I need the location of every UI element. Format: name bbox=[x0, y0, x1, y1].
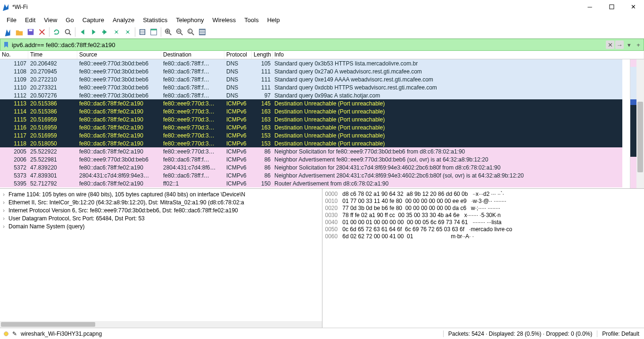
hex-line[interactable]: 0030 78 ff fe 02 a1 90 ff cc 00 35 00 33… bbox=[325, 212, 642, 219]
details-tree-item[interactable]: ›User Datagram Protocol, Src Port: 65484… bbox=[3, 215, 319, 223]
col-info[interactable]: Info bbox=[272, 51, 644, 59]
statusbar: ✎ wireshark_Wi-Fi30HY31.pcapng Packets: … bbox=[0, 328, 644, 339]
details-tree-item[interactable]: ›Internet Protocol Version 6, Src: fe80:… bbox=[3, 207, 319, 215]
col-len[interactable]: Length bbox=[252, 51, 272, 59]
hex-line[interactable]: 0020 77 0d 3b 0d be b6 fe 80 00 00 00 00… bbox=[325, 205, 642, 212]
close-button[interactable] bbox=[37, 27, 47, 37]
svg-rect-7 bbox=[151, 29, 157, 30]
col-dst[interactable]: Destination bbox=[161, 51, 224, 59]
packet-row[interactable]: 111820.518050fe80::dac6:78ff:fe02:a190fe… bbox=[0, 139, 622, 147]
save-button[interactable] bbox=[25, 27, 36, 37]
menu-tools[interactable]: Tools bbox=[240, 16, 262, 24]
svg-text:1: 1 bbox=[189, 29, 191, 33]
minimize-button[interactable]: ─ bbox=[579, 0, 601, 14]
toolbar: 1 bbox=[0, 25, 644, 39]
lower-panes: ›Frame 1104: 105 bytes on wire (840 bits… bbox=[0, 188, 644, 328]
packet-row[interactable]: 537347.8393012804:431:c7d4:8f69:94e3…fe8… bbox=[0, 171, 622, 179]
packet-row[interactable]: 539552.712792fe80::dac6:78ff:fe02:a190ff… bbox=[0, 179, 622, 187]
display-filter-input[interactable] bbox=[11, 40, 606, 49]
maximize-button[interactable] bbox=[601, 0, 622, 14]
packet-counts-label: Packets: 5424 · Displayed: 28 (0.5%) · D… bbox=[443, 331, 598, 337]
hex-line[interactable]: 0000 d8 c6 78 02 a1 90 64 32 a8 9b 12 20… bbox=[325, 191, 642, 198]
col-no[interactable]: No. bbox=[0, 51, 28, 59]
packet-row[interactable]: 111720.516959fe80::dac6:78ff:fe02:a190fe… bbox=[0, 131, 622, 139]
svg-rect-2 bbox=[29, 29, 32, 31]
svg-rect-5 bbox=[140, 29, 145, 34]
wireshark-icon bbox=[2, 3, 9, 11]
menu-telephony[interactable]: Telephony bbox=[172, 16, 207, 24]
zoom-reset-button[interactable]: 1 bbox=[186, 27, 196, 37]
hex-line[interactable]: 0050 0c 6d 65 72 63 61 64 6f 6c 69 76 72… bbox=[325, 226, 642, 233]
expert-info-icon[interactable] bbox=[4, 331, 8, 336]
packet-row[interactable]: 110820.270945fe80::eee9:770d:3b0d:beb6fe… bbox=[0, 67, 622, 75]
menu-view[interactable]: View bbox=[40, 16, 61, 24]
clear-filter-button[interactable]: ✕ bbox=[606, 40, 614, 49]
goto-button[interactable] bbox=[100, 27, 110, 37]
menu-file[interactable]: File bbox=[3, 16, 20, 24]
menu-wireless[interactable]: Wireless bbox=[208, 16, 239, 24]
packet-bytes-pane[interactable]: 0000 d8 c6 78 02 a1 90 64 32 a8 9b 12 20… bbox=[322, 189, 644, 328]
packet-row[interactable]: 110920.272210fe80::eee9:770d:3b0d:beb6fe… bbox=[0, 75, 622, 83]
details-tree-item[interactable]: ›Domain Name System (query) bbox=[3, 223, 319, 231]
autoscroll-button[interactable] bbox=[137, 27, 148, 37]
packet-details-pane[interactable]: ›Frame 1104: 105 bytes on wire (840 bits… bbox=[0, 189, 322, 328]
packet-row[interactable]: 111520.516959fe80::dac6:78ff:fe02:a190fe… bbox=[0, 115, 622, 123]
svg-point-3 bbox=[66, 29, 70, 33]
back-button[interactable] bbox=[77, 27, 88, 37]
details-tree-item[interactable]: ›Ethernet II, Src: IntelCor_9b:12:20 (64… bbox=[3, 199, 319, 207]
menu-capture[interactable]: Capture bbox=[79, 16, 108, 24]
last-button[interactable] bbox=[123, 27, 133, 37]
capture-file-label: wireshark_Wi-Fi30HY31.pcapng bbox=[21, 331, 102, 337]
menu-edit[interactable]: Edit bbox=[21, 16, 39, 24]
col-time[interactable]: Time bbox=[28, 51, 77, 59]
titlebar: *Wi-Fi ─ ✕ bbox=[0, 0, 644, 14]
display-filter-bar: ✕ → ▾ + bbox=[0, 39, 644, 51]
packet-list-pane[interactable]: 110720.206492fe80::eee9:770d:3b0d:beb6fe… bbox=[0, 59, 644, 188]
menu-analyze[interactable]: Analyze bbox=[109, 16, 138, 24]
colorize-button[interactable] bbox=[149, 27, 159, 37]
profile-label[interactable]: Profile: Default bbox=[597, 331, 644, 337]
packet-row[interactable]: 537247.839220fe80::dac6:78ff:fe02:a19028… bbox=[0, 163, 622, 171]
packet-row[interactable]: 111220.507276fe80::eee9:770d:3b0d:beb6fe… bbox=[0, 91, 622, 99]
packet-row[interactable]: 200625.522981fe80::eee9:770d:3b0d:beb6fe… bbox=[0, 155, 622, 163]
packet-row[interactable]: 111420.515386fe80::dac6:78ff:fe02:a190fe… bbox=[0, 107, 622, 115]
details-tree-item[interactable]: ›Frame 1104: 105 bytes on wire (840 bits… bbox=[3, 191, 319, 199]
capture-file-props-icon[interactable]: ✎ bbox=[12, 331, 17, 337]
hex-line[interactable]: 0010 01 77 00 33 11 40 fe 80 00 00 00 00… bbox=[325, 198, 642, 205]
add-filter-button[interactable]: + bbox=[634, 40, 643, 49]
forward-button[interactable] bbox=[89, 27, 99, 37]
svg-point-4 bbox=[102, 31, 104, 33]
menubar: FileEditViewGoCaptureAnalyzeStatisticsTe… bbox=[0, 14, 644, 25]
packet-minimap[interactable] bbox=[630, 59, 636, 188]
packet-row[interactable]: 111620.516959fe80::dac6:78ff:fe02:a190fe… bbox=[0, 123, 622, 131]
filter-history-dropdown[interactable]: ▾ bbox=[625, 40, 633, 49]
packet-list-scrollbar[interactable] bbox=[636, 59, 644, 188]
hex-line[interactable]: 0060 6d 02 62 72 00 00 41 00 01 m·br··A·… bbox=[325, 233, 642, 240]
zoom-out-button[interactable] bbox=[174, 27, 185, 37]
resize-cols-button[interactable] bbox=[197, 27, 207, 37]
hex-line[interactable]: 0040 01 00 00 01 00 00 00 00 00 00 05 6c… bbox=[325, 219, 642, 226]
bookmark-icon[interactable] bbox=[3, 41, 9, 48]
menu-help[interactable]: Help bbox=[264, 16, 284, 24]
zoom-in-button[interactable] bbox=[163, 27, 173, 37]
reload-button[interactable] bbox=[51, 27, 62, 37]
packet-list-header: No. Time Source Destination Protocol Len… bbox=[0, 51, 644, 59]
svg-rect-0 bbox=[610, 5, 614, 9]
details-hscroll[interactable] bbox=[0, 321, 322, 328]
close-button[interactable]: ✕ bbox=[622, 0, 644, 14]
fin-button[interactable] bbox=[3, 27, 13, 37]
first-button[interactable] bbox=[111, 27, 122, 37]
window-title: *Wi-Fi bbox=[12, 4, 28, 10]
packet-row[interactable]: 200525.522922fe80::dac6:78ff:fe02:a190fe… bbox=[0, 147, 622, 155]
packet-row[interactable]: 111020.273321fe80::eee9:770d:3b0d:beb6fe… bbox=[0, 83, 622, 91]
col-src[interactable]: Source bbox=[77, 51, 161, 59]
col-proto[interactable]: Protocol bbox=[224, 51, 252, 59]
search-button[interactable] bbox=[63, 27, 73, 37]
packet-row[interactable]: 111320.515386fe80::dac6:78ff:fe02:a190fe… bbox=[0, 99, 622, 107]
packet-row[interactable]: 110720.206492fe80::eee9:770d:3b0d:beb6fe… bbox=[0, 59, 622, 67]
apply-filter-button[interactable]: → bbox=[615, 40, 624, 49]
menu-go[interactable]: Go bbox=[62, 16, 77, 24]
menu-statistics[interactable]: Statistics bbox=[139, 16, 171, 24]
folder-open-button[interactable] bbox=[14, 27, 25, 37]
